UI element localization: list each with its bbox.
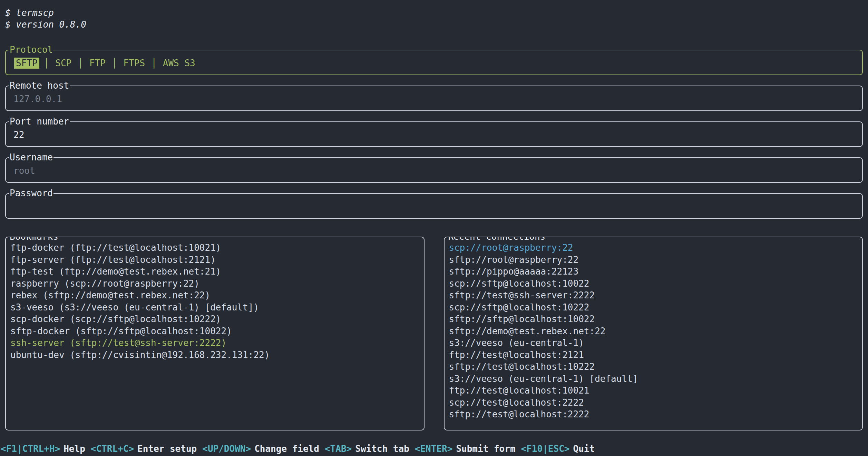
terminal-banner-line1: $ termscp [5, 7, 863, 19]
bookmark-item[interactable]: raspberry (scp://root@raspberry:22) [10, 278, 424, 290]
tab-separator: │ [112, 58, 117, 68]
recent-connection-item[interactable]: scp://sftp@localhost:10022 [449, 278, 862, 290]
keybar-key: <TAB> [325, 444, 352, 454]
protocol-panel: Protocol SFTP│SCP│FTP│FTPS│AWS S3 [5, 50, 863, 75]
bookmark-item[interactable]: ftp-test (ftp://demo@test.rebex.net:21) [10, 266, 424, 278]
bookmarks-panel-title: Bookmarks [9, 237, 59, 242]
password-label: Password [9, 188, 53, 199]
bookmark-item[interactable]: rebex (sftp://demo@test.rebex.net:22) [10, 289, 424, 301]
port-number-input[interactable]: 22 [6, 122, 862, 146]
keybar-key: <CTRL+C> [91, 444, 134, 454]
bookmark-item[interactable]: s3-veeso (s3://veeso (eu-central-1) [def… [10, 301, 424, 314]
remote-host-input[interactable]: 127.0.0.1 [6, 86, 862, 110]
recent-connection-item[interactable]: sftp://root@raspberry:22 [449, 254, 862, 266]
username-label: Username [9, 152, 53, 163]
recent-connections-panel: Recent connections scp://root@raspberry:… [444, 237, 863, 430]
termscp-auth-screen: $ termscp $ version 0.8.0 Protocol SFTP│… [0, 0, 868, 430]
recent-connection-item[interactable]: sftp://pippo@aaaaa:22123 [449, 266, 862, 278]
bookmark-item[interactable]: sftp-docker (sftp://sftp@localhost:10022… [10, 325, 424, 337]
recent-connection-item[interactable]: sftp://test@ssh-server:2222 [449, 289, 862, 301]
bookmarks-list: ftp-docker (ftp://test@localhost:10021)f… [6, 237, 424, 430]
bookmark-item[interactable]: ftp-docker (ftp://test@localhost:10021) [10, 242, 424, 254]
remote-host-label: Remote host [9, 80, 70, 91]
protocol-tabs: SFTP│SCP│FTP│FTPS│AWS S3 [6, 50, 862, 75]
remote-host-placeholder: 127.0.0.1 [13, 94, 62, 104]
port-number-label: Port number [9, 116, 70, 127]
protocol-panel-title: Protocol [9, 44, 53, 55]
tab-separator: │ [44, 58, 49, 68]
keybar-key: <ENTER> [415, 444, 453, 454]
username-input[interactable]: root [6, 158, 862, 182]
recent-connection-item[interactable]: sftp://sftp@localhost:10022 [449, 313, 862, 325]
recent-connection-item[interactable]: s3://veeso (eu-central-1) [default] [449, 373, 862, 385]
protocol-tab-sftp[interactable]: SFTP [14, 58, 39, 69]
keybar-action: Change field [254, 444, 319, 454]
protocol-tab-scp[interactable]: SCP [53, 58, 73, 69]
keybar-key: <UP/DOWN> [202, 444, 251, 454]
tab-separator: │ [151, 58, 157, 68]
recent-connection-item[interactable]: sftp://demo@test.rebex.net:22 [449, 325, 862, 337]
username-field[interactable]: Username root [5, 157, 863, 183]
port-number-field[interactable]: Port number 22 [5, 121, 863, 147]
bookmark-item[interactable]: ssh-server (sftp://test@ssh-server:2222) [10, 337, 424, 349]
keybar-key: <F1|CTRL+H> [1, 444, 60, 454]
keybar-key: <F10|ESC> [521, 444, 570, 454]
recent-connection-item[interactable]: sftp://test@localhost:2222 [449, 408, 862, 420]
recent-connections-panel-title: Recent connections [448, 237, 546, 242]
recent-connection-item[interactable]: scp://test@localhost:2222 [449, 397, 862, 409]
password-field[interactable]: Password [5, 193, 863, 219]
bookmark-item[interactable]: ubuntu-dev (sftp://cvisintin@192.168.232… [10, 349, 424, 361]
saved-connections-section: Bookmarks ftp-docker (ftp://test@localho… [5, 237, 863, 430]
protocol-tab-aws-s3[interactable]: AWS S3 [161, 58, 197, 69]
remote-host-field[interactable]: Remote host 127.0.0.1 [5, 86, 863, 111]
bookmark-item[interactable]: ftp-server (ftp://test@localhost:2121) [10, 254, 424, 266]
recent-connection-item[interactable]: ftp://test@localhost:10021 [449, 385, 862, 397]
keybar: <F1|CTRL+H>Help<CTRL+C>Enter setup<UP/DO… [0, 443, 868, 455]
recent-connection-item[interactable]: ftp://test@localhost:2121 [449, 349, 862, 361]
port-number-value: 22 [13, 130, 24, 140]
keybar-action: Enter setup [137, 444, 197, 454]
password-input[interactable] [6, 194, 862, 218]
recent-connection-item[interactable]: scp://root@raspberry:22 [449, 242, 862, 254]
username-placeholder: root [13, 166, 35, 176]
keybar-action: Help [64, 444, 85, 454]
recent-connections-list: scp://root@raspberry:22sftp://root@raspb… [445, 237, 862, 430]
recent-connection-item[interactable]: scp://sftp@localhost:10222 [449, 301, 862, 314]
bookmarks-panel: Bookmarks ftp-docker (ftp://test@localho… [5, 237, 425, 430]
terminal-banner-line2: $ version 0.8.0 [5, 19, 863, 30]
recent-connection-item[interactable]: s3://veeso (eu-central-1) [449, 337, 862, 349]
keybar-action: Switch tab [355, 444, 409, 454]
bookmark-item[interactable]: scp-docker (scp://sftp@localhost:10222) [10, 313, 424, 325]
keybar-action: Submit form [456, 444, 515, 454]
protocol-tab-ftps[interactable]: FTPS [122, 58, 147, 69]
keybar-action: Quit [573, 444, 595, 454]
recent-connection-item[interactable]: sftp://test@localhost:10222 [449, 361, 862, 373]
tab-separator: │ [78, 58, 83, 68]
protocol-tab-ftp[interactable]: FTP [88, 58, 107, 69]
